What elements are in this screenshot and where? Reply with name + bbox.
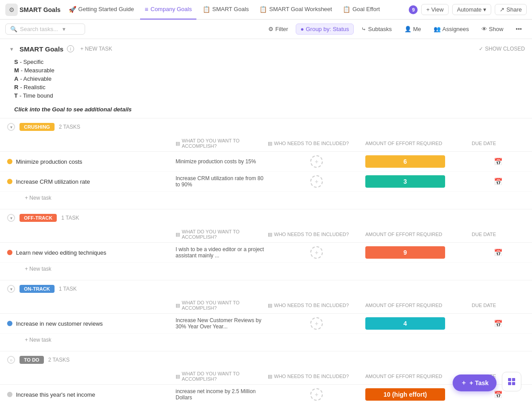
section-title: SMART Goals: [20, 45, 63, 53]
col-due-on-track: DUE DATE: [472, 303, 525, 308]
due-date-cell[interactable]: 📅: [472, 390, 525, 399]
due-date-cell[interactable]: 📅: [472, 319, 525, 328]
letter-t: T: [14, 92, 18, 99]
view-button[interactable]: + View: [421, 4, 448, 15]
avatar-placeholder[interactable]: +: [310, 155, 323, 168]
due-date-cell[interactable]: 📅: [472, 177, 525, 186]
group-crushing-header: ▾ CRUSHING 2 TASKS: [0, 118, 532, 135]
group-to-do: ○ TO DO 2 TASKS ▤ WHAT DO YOU WANT TO AC…: [0, 351, 532, 402]
task-name: Increase in new customer reviews: [16, 320, 103, 327]
due-date-cell[interactable]: 📅: [472, 158, 525, 166]
due-date-cell[interactable]: 📅: [472, 248, 525, 257]
new-task-row: + New task: [0, 334, 532, 347]
new-task-link[interactable]: + New task: [25, 266, 51, 272]
add-task-fab[interactable]: ＋ + Task: [453, 374, 497, 391]
col-due-crushing: DUE DATE: [472, 141, 525, 146]
svg-rect-1: [512, 378, 515, 381]
subtasks-button[interactable]: ⤷ Subtasks: [356, 24, 396, 35]
on-track-table-header: ▤ WHAT DO YOU WANT TO ACCOMPLISH? ▤ WHO …: [0, 297, 532, 314]
notification-badge[interactable]: 9: [409, 5, 418, 14]
me-button[interactable]: 👤 Me: [399, 24, 426, 35]
task-accomplish: Increase New Customer Reviews by 30% Yea…: [176, 317, 268, 330]
effort-bar: 10 (high effort): [365, 388, 445, 401]
task-accomplish: Minimize production costs by 15%: [176, 158, 268, 165]
subtasks-icon: ⤷: [361, 26, 366, 32]
show-closed-button[interactable]: ✓ SHOW CLOSED: [479, 46, 525, 52]
calendar-icon: 📅: [494, 319, 503, 328]
more-options-button[interactable]: •••: [511, 24, 527, 35]
new-task-link[interactable]: + New task: [25, 337, 51, 343]
col-accomplish-to-do: ▤ WHAT DO YOU WANT TO ACCOMPLISH?: [176, 371, 268, 382]
accomplish-icon: ▤: [176, 303, 180, 308]
calendar-icon: 📅: [494, 158, 503, 166]
tab-goal-effort[interactable]: 📋 Goal Effort: [338, 0, 384, 20]
status-badge-on-track: ON-TRACK: [20, 285, 55, 293]
col-who-on-track: ▤ WHO NEEDS TO BE INCLUDED?: [268, 303, 365, 308]
effort-bar: 6: [365, 155, 445, 168]
task-row[interactable]: Minimize production costs Minimize produ…: [0, 152, 532, 172]
avatar-placeholder[interactable]: +: [310, 246, 323, 259]
ellipsis-icon: •••: [516, 26, 522, 32]
task-row[interactable]: Increase in new customer reviews Increas…: [0, 314, 532, 334]
tab-smart-goal-worksheet[interactable]: 📋 SMART Goal Worksheet: [255, 0, 336, 20]
task-dot: [7, 179, 12, 184]
effort-bar: 4: [365, 317, 445, 330]
me-icon: 👤: [404, 26, 411, 32]
who-cell: +: [268, 388, 365, 401]
effort-bar: 3: [365, 175, 445, 188]
to-do-table-header: ▤ WHAT DO YOU WANT TO ACCOMPLISH? ▤ WHO …: [0, 368, 532, 385]
status-badge-crushing: CRUSHING: [20, 123, 55, 131]
group-by-button[interactable]: ● Group by: Status: [296, 24, 354, 35]
effort-cell: 3: [365, 175, 472, 188]
col-effort-on-track: AMOUNT OF EFFORT REQUIRED: [365, 303, 472, 308]
plus-icon: ＋: [461, 379, 467, 387]
toolbar-right: ⚙ Filter ● Group by: Status ⤷ Subtasks 👤…: [263, 24, 527, 35]
task-name-cell: Increase this year's net income: [7, 391, 176, 398]
automate-button[interactable]: Automate ▾: [452, 4, 492, 15]
on-track-task-count: 1 TASK: [59, 286, 77, 292]
task-name: Increase CRM utilization rate: [16, 178, 90, 185]
off-track-task-count: 1 TASK: [61, 215, 79, 221]
search-dropdown-icon: ▾: [63, 26, 66, 32]
smart-row-t: T - Time bound: [14, 92, 518, 99]
smart-row-a: A - Achievable: [14, 75, 518, 82]
task-row[interactable]: Increase this year's net income increase…: [0, 385, 532, 402]
show-button[interactable]: 👁 Show: [477, 24, 509, 35]
who-cell: +: [268, 155, 365, 168]
assignees-button[interactable]: 👥 Assignees: [429, 24, 474, 35]
task-row[interactable]: Learn new video editing techniques I wis…: [0, 243, 532, 263]
tab-smart-goals[interactable]: 📋 SMART Goals: [198, 0, 254, 20]
share-icon: ↗: [500, 6, 505, 13]
info-icon[interactable]: i: [67, 45, 74, 52]
avatar-placeholder[interactable]: +: [310, 317, 323, 330]
filter-button[interactable]: ⚙ Filter: [263, 24, 293, 35]
grid-view-button[interactable]: [502, 372, 521, 391]
group-off-track-collapse[interactable]: ▾: [7, 214, 15, 222]
filter-icon: ⚙: [268, 26, 274, 32]
new-task-button[interactable]: + NEW TASK: [78, 45, 115, 53]
task-row[interactable]: Increase CRM utilization rate Increase C…: [0, 172, 532, 192]
svg-rect-0: [508, 378, 511, 381]
group-on-track-collapse[interactable]: ▾: [7, 285, 15, 293]
tab-getting-started[interactable]: 🚀 Getting Started Guide: [64, 0, 139, 20]
task-name-cell: Minimize production costs: [7, 158, 176, 165]
share-button[interactable]: ↗ Share: [495, 4, 527, 15]
search-box[interactable]: 🔍 Search tasks... ▾: [5, 24, 85, 35]
col-who-crushing: ▤ WHO NEEDS TO BE INCLUDED?: [268, 141, 365, 146]
who-icon: ▤: [268, 374, 272, 379]
avatar-placeholder[interactable]: +: [310, 175, 323, 188]
group-crushing-collapse[interactable]: ▾: [7, 123, 15, 131]
crushing-task-count: 2 TASKS: [59, 124, 80, 130]
app-title: SMART Goals: [20, 6, 61, 13]
group-to-do-collapse[interactable]: ○: [7, 356, 15, 364]
smart-row-r: R - Realistic: [14, 84, 518, 91]
new-task-link[interactable]: + New task: [25, 195, 51, 201]
task-accomplish: Increase CRM utilization rate from 80 to…: [176, 175, 268, 188]
goal-effort-icon: 📋: [343, 6, 350, 13]
avatar-placeholder[interactable]: +: [310, 388, 323, 401]
section-collapse-button[interactable]: ▾: [7, 44, 16, 53]
group-to-do-header: ○ TO DO 2 TASKS: [0, 351, 532, 368]
task-dot: [7, 321, 12, 326]
group-off-track-header: ▾ OFF-TRACK 1 TASK: [0, 209, 532, 226]
tab-company-goals[interactable]: ≡ Company Goals: [140, 0, 196, 20]
